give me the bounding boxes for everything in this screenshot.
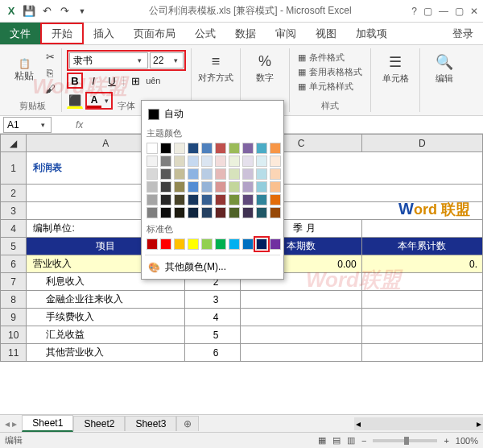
color-swatch[interactable] — [229, 207, 240, 218]
color-swatch[interactable] — [174, 181, 185, 193]
help-icon[interactable]: ? — [411, 6, 417, 17]
tab-layout[interactable]: 页面布局 — [124, 23, 185, 44]
tab-view[interactable]: 视图 — [306, 23, 346, 44]
tab-file[interactable]: 文件 — [0, 23, 40, 44]
align-button[interactable]: ≡ 对齐方式 — [196, 50, 235, 87]
color-swatch[interactable] — [229, 168, 240, 180]
view-layout-icon[interactable]: ▤ — [332, 435, 341, 446]
color-swatch[interactable] — [174, 239, 185, 250]
color-swatch[interactable] — [147, 239, 158, 250]
cell[interactable] — [241, 326, 361, 344]
row-header[interactable]: 11 — [1, 344, 27, 362]
color-swatch[interactable] — [188, 143, 199, 154]
color-swatch[interactable] — [242, 181, 254, 193]
color-swatch[interactable] — [229, 194, 240, 205]
cut-icon[interactable]: ✂ — [43, 50, 56, 63]
number-button[interactable]: % 数字 — [246, 50, 284, 87]
cell[interactable] — [361, 326, 482, 344]
color-swatch[interactable] — [256, 207, 267, 218]
color-swatch[interactable] — [215, 143, 226, 154]
cell-style-button[interactable]: ▦单元格样式 — [298, 81, 362, 93]
copy-icon[interactable]: ⎘ — [43, 66, 56, 79]
italic-button[interactable]: I — [85, 73, 101, 89]
color-swatch[interactable] — [215, 239, 226, 250]
color-swatch[interactable] — [215, 207, 226, 218]
color-swatch[interactable] — [201, 181, 213, 193]
color-swatch[interactable] — [229, 181, 240, 193]
color-swatch[interactable] — [256, 194, 267, 205]
color-swatch[interactable] — [160, 239, 171, 250]
sheet-tab-1[interactable]: Sheet1 — [22, 415, 73, 432]
redo-icon[interactable]: ↷ — [58, 5, 71, 18]
color-swatch[interactable] — [270, 207, 281, 218]
color-swatch[interactable] — [147, 168, 158, 180]
color-swatch[interactable] — [188, 168, 199, 180]
row-header[interactable]: 4 — [1, 220, 27, 238]
paste-button[interactable]: 📋 粘贴 — [8, 50, 40, 90]
color-swatch[interactable] — [229, 239, 240, 250]
color-swatch[interactable] — [201, 239, 213, 250]
color-swatch[interactable] — [242, 239, 254, 250]
color-swatch[interactable] — [229, 156, 240, 167]
color-swatch-selected[interactable] — [256, 239, 267, 250]
font-color-dropdown[interactable]: A ▾ — [85, 92, 113, 110]
color-swatch[interactable] — [242, 143, 254, 154]
row-header[interactable]: 8 — [1, 291, 27, 309]
color-swatch[interactable] — [229, 143, 240, 154]
color-swatch[interactable] — [160, 156, 171, 167]
cell[interactable] — [361, 291, 482, 309]
cell[interactable] — [361, 344, 482, 362]
cell[interactable]: 汇兑收益 — [27, 326, 185, 344]
cell[interactable]: 3 — [184, 291, 240, 309]
color-swatch[interactable] — [160, 194, 171, 205]
color-swatch[interactable] — [188, 194, 199, 205]
minimize-icon[interactable]: — — [439, 6, 448, 17]
tab-data[interactable]: 数据 — [225, 23, 266, 44]
cell[interactable] — [241, 309, 361, 326]
color-swatch[interactable] — [174, 207, 185, 218]
color-auto[interactable]: 自动 — [145, 104, 280, 124]
color-swatch[interactable] — [188, 207, 199, 218]
color-swatch[interactable] — [147, 194, 158, 205]
cell[interactable]: 4 — [184, 309, 240, 326]
color-swatch[interactable] — [270, 168, 281, 180]
border-button[interactable]: ⊞ — [127, 73, 143, 89]
view-normal-icon[interactable]: ▦ — [318, 435, 326, 446]
color-swatch[interactable] — [270, 181, 281, 193]
row-header[interactable]: 1 — [1, 152, 27, 185]
color-swatch[interactable] — [160, 143, 171, 154]
color-swatch[interactable] — [270, 239, 281, 250]
row-header[interactable]: 9 — [1, 309, 27, 326]
cell[interactable] — [361, 220, 482, 238]
sheet-tab-3[interactable]: Sheet3 — [125, 416, 176, 431]
fill-color-button[interactable]: ⬛ — [67, 93, 83, 109]
cell[interactable] — [241, 291, 361, 309]
color-swatch[interactable] — [242, 207, 254, 218]
tab-review[interactable]: 审阅 — [266, 23, 306, 44]
tab-formula[interactable]: 公式 — [185, 23, 225, 44]
color-swatch[interactable] — [201, 207, 213, 218]
color-swatch[interactable] — [201, 194, 213, 205]
cell[interactable] — [361, 273, 482, 291]
color-swatch[interactable] — [215, 156, 226, 167]
color-swatch[interactable] — [201, 143, 213, 154]
qat-customize-icon[interactable]: ▼ — [76, 5, 89, 18]
login-button[interactable]: 登录 — [443, 23, 483, 44]
color-swatch[interactable] — [160, 181, 171, 193]
color-swatch[interactable] — [215, 168, 226, 180]
cell[interactable]: 0. — [361, 255, 482, 273]
color-swatch[interactable] — [242, 168, 254, 180]
table-format-button[interactable]: ▦套用表格格式 — [298, 66, 362, 78]
tab-insert[interactable]: 插入 — [84, 23, 124, 44]
cell[interactable]: 手续费收入 — [27, 309, 185, 326]
maximize-icon[interactable]: ▢ — [455, 6, 464, 17]
bold-button[interactable]: B — [67, 73, 83, 89]
cell[interactable] — [241, 344, 361, 362]
color-swatch[interactable] — [174, 168, 185, 180]
color-swatch[interactable] — [270, 194, 281, 205]
view-break-icon[interactable]: ▥ — [347, 435, 355, 446]
color-swatch[interactable] — [147, 207, 158, 218]
row-header[interactable]: 6 — [1, 255, 27, 273]
horizontal-scrollbar[interactable]: ◂▸ — [354, 417, 483, 430]
color-swatch[interactable] — [188, 181, 199, 193]
